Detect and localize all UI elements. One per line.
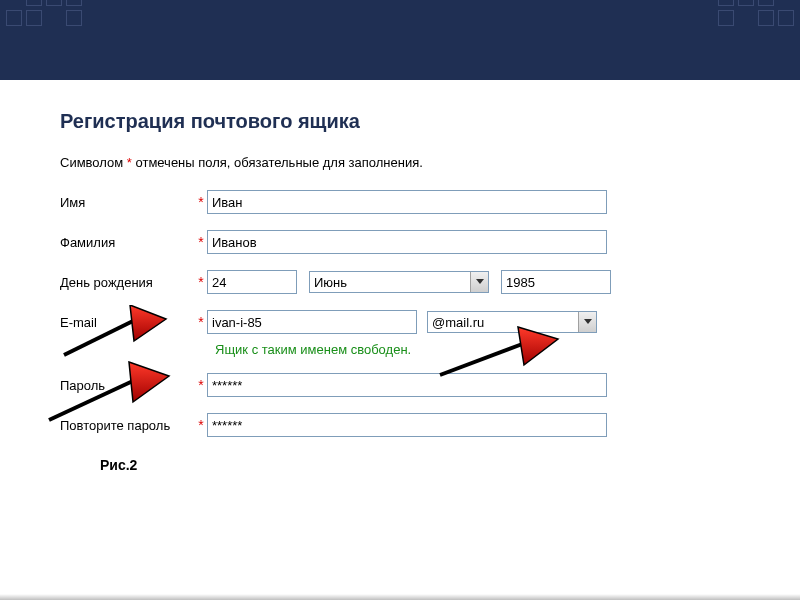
password-input[interactable]	[207, 373, 607, 397]
asterisk-icon: *	[195, 417, 207, 433]
birthday-month-select[interactable]: Июнь	[309, 271, 489, 293]
asterisk-icon: *	[195, 194, 207, 210]
email-local-input[interactable]	[207, 310, 417, 334]
deco-squares-right	[718, 0, 794, 26]
label-first-name: Имя	[60, 195, 195, 210]
asterisk-icon: *	[195, 274, 207, 290]
chevron-down-icon[interactable]	[578, 312, 596, 332]
note-pre: Символом	[60, 155, 127, 170]
svg-marker-1	[584, 319, 592, 324]
row-email: E-mail * @mail.ru	[60, 310, 760, 334]
row-birthday: День рождения * Июнь	[60, 270, 760, 294]
label-password-confirm: Повторите пароль	[60, 418, 195, 433]
availability-message: Ящик с таким именем свободен.	[215, 342, 760, 357]
required-note: Символом * отмечены поля, обязательные д…	[60, 155, 760, 170]
label-birthday: День рождения	[60, 275, 195, 290]
figure-caption: Рис.2	[100, 457, 760, 473]
birthday-day-input[interactable]	[207, 270, 297, 294]
note-post: отмечены поля, обязательные для заполнен…	[132, 155, 423, 170]
birthday-year-input[interactable]	[501, 270, 611, 294]
page-title: Регистрация почтового ящика	[60, 110, 760, 133]
header-band	[0, 0, 800, 80]
birthday-month-value: Июнь	[314, 275, 347, 290]
asterisk-icon: *	[195, 314, 207, 330]
svg-marker-0	[476, 279, 484, 284]
last-name-input[interactable]	[207, 230, 607, 254]
email-domain-value: @mail.ru	[432, 315, 484, 330]
deco-squares-left	[6, 0, 82, 26]
chevron-down-icon[interactable]	[470, 272, 488, 292]
first-name-input[interactable]	[207, 190, 607, 214]
row-password-confirm: Повторите пароль *	[60, 413, 760, 437]
label-last-name: Фамилия	[60, 235, 195, 250]
label-password: Пароль	[60, 378, 195, 393]
password-confirm-input[interactable]	[207, 413, 607, 437]
email-domain-select[interactable]: @mail.ru	[427, 311, 597, 333]
asterisk-icon: *	[195, 234, 207, 250]
row-password: Пароль *	[60, 373, 760, 397]
row-first-name: Имя *	[60, 190, 760, 214]
row-last-name: Фамилия *	[60, 230, 760, 254]
asterisk-icon: *	[195, 377, 207, 393]
label-email: E-mail	[60, 315, 195, 330]
bottom-shadow	[0, 594, 800, 600]
form-panel: Регистрация почтового ящика Символом * о…	[0, 80, 800, 483]
